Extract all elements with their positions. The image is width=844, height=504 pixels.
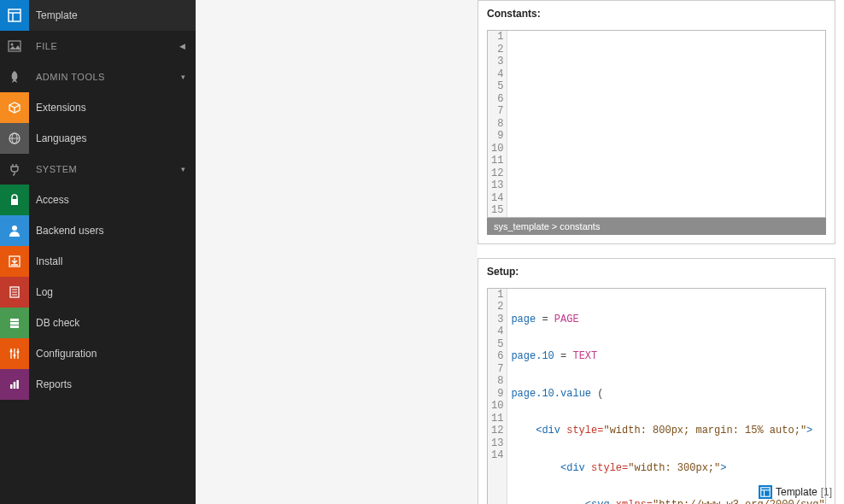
constants-footer: sys_template > constants xyxy=(487,218,826,235)
setup-title: Setup: xyxy=(478,259,835,283)
main-area: Constants: 123456789101112131415 sys_tem… xyxy=(196,0,844,504)
chevron-down-icon: ▾ xyxy=(181,165,185,173)
sidebar-label-template: Template xyxy=(29,9,196,21)
chevron-left-icon: ◀ xyxy=(179,42,185,50)
footer-id: [1] xyxy=(821,486,832,498)
sidebar-label-reports: Reports xyxy=(29,378,196,390)
chevron-down-icon: ▾ xyxy=(181,73,185,81)
sidebar-item-db-check[interactable]: DB check xyxy=(0,308,196,338)
page-tree-area xyxy=(196,0,478,504)
sidebar-section-file[interactable]: FILE ◀ xyxy=(0,31,196,62)
sliders-icon xyxy=(0,338,29,369)
sidebar-label-configuration: Configuration xyxy=(29,348,196,360)
constants-gutter: 123456789101112131415 xyxy=(488,31,507,217)
setup-code[interactable]: page = PAGE page.10 = TEXT page.10.value… xyxy=(507,289,825,505)
sidebar-section-admin-tools[interactable]: ADMIN TOOLS ▾ xyxy=(0,62,196,92)
sidebar-item-install[interactable]: Install xyxy=(0,246,196,277)
svg-point-21 xyxy=(10,350,13,353)
constants-editor[interactable]: 123456789101112131415 xyxy=(487,30,826,218)
sidebar-label-log: Log xyxy=(29,286,196,298)
sidebar-item-log[interactable]: Log xyxy=(0,277,196,308)
setup-panel: Setup: 1234567891011121314 page = PAGE p… xyxy=(478,258,835,505)
lock-icon xyxy=(0,185,29,215)
sidebar-item-template[interactable]: Template xyxy=(0,0,196,31)
constants-code[interactable] xyxy=(507,31,825,217)
sidebar-label-file: FILE xyxy=(29,41,179,51)
box-icon xyxy=(0,92,29,123)
plug-icon xyxy=(0,154,29,185)
sidebar-label-system: SYSTEM xyxy=(29,164,181,174)
sidebar-label-db-check: DB check xyxy=(29,317,196,329)
rocket-icon xyxy=(0,62,29,92)
setup-editor[interactable]: 1234567891011121314 page = PAGE page.10 … xyxy=(487,288,826,505)
sidebar-label-backend-users: Backend users xyxy=(29,225,196,237)
image-icon xyxy=(0,31,29,62)
log-icon xyxy=(0,277,29,308)
svg-rect-16 xyxy=(10,322,19,325)
svg-rect-0 xyxy=(9,9,21,21)
sidebar: Template FILE ◀ ADMIN TOOLS ▾ Extensions… xyxy=(0,0,196,504)
svg-rect-8 xyxy=(11,199,18,205)
db-icon xyxy=(0,308,29,338)
svg-point-4 xyxy=(11,44,14,46)
constants-title: Constants: xyxy=(478,1,835,25)
footer-label: Template xyxy=(776,486,818,498)
svg-rect-27 xyxy=(761,488,771,497)
svg-rect-25 xyxy=(14,382,16,389)
svg-point-9 xyxy=(12,226,17,231)
sidebar-label-install: Install xyxy=(29,255,196,267)
user-icon xyxy=(0,215,29,246)
template-icon xyxy=(759,485,772,499)
template-icon xyxy=(0,0,29,31)
svg-rect-24 xyxy=(10,384,13,389)
page-footer-status[interactable]: Template [1] xyxy=(759,485,832,499)
sidebar-item-extensions[interactable]: Extensions xyxy=(0,92,196,123)
install-icon xyxy=(0,246,29,277)
constants-panel: Constants: 123456789101112131415 sys_tem… xyxy=(478,0,835,244)
sidebar-label-languages: Languages xyxy=(29,132,196,144)
globe-icon xyxy=(0,123,29,154)
sidebar-item-languages[interactable]: Languages xyxy=(0,123,196,154)
svg-rect-15 xyxy=(10,319,19,321)
svg-rect-3 xyxy=(9,41,21,51)
chart-icon xyxy=(0,369,29,400)
sidebar-label-extensions: Extensions xyxy=(29,102,196,114)
svg-point-22 xyxy=(14,355,16,357)
editor-panels: Constants: 123456789101112131415 sys_tem… xyxy=(478,0,835,504)
svg-rect-17 xyxy=(10,325,19,328)
setup-gutter: 1234567891011121314 xyxy=(488,289,507,505)
sidebar-item-backend-users[interactable]: Backend users xyxy=(0,215,196,246)
sidebar-section-system[interactable]: SYSTEM ▾ xyxy=(0,154,196,185)
sidebar-label-admin-tools: ADMIN TOOLS xyxy=(29,72,181,82)
sidebar-label-access: Access xyxy=(29,194,196,206)
svg-rect-26 xyxy=(16,380,19,389)
sidebar-item-access[interactable]: Access xyxy=(0,185,196,215)
sidebar-item-configuration[interactable]: Configuration xyxy=(0,338,196,369)
sidebar-item-reports[interactable]: Reports xyxy=(0,369,196,400)
svg-point-23 xyxy=(17,351,20,354)
